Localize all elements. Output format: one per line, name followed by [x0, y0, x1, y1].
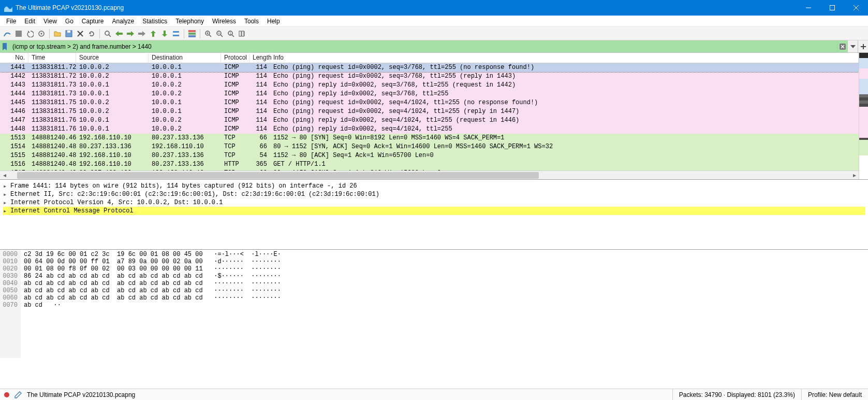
go-to-packet-icon[interactable] [137, 28, 147, 39]
packet-list-body[interactable]: 1441113831811.72…10.0.0.210.0.0.1ICMP114… [0, 63, 859, 170]
resize-columns-icon[interactable] [237, 28, 247, 39]
status-packet-count: Packets: 34790 · Displayed: 8101 (23.3%) [672, 389, 801, 400]
packet-row[interactable]: 1514148881240.48…80.237.133.136192.168.1… [0, 142, 859, 151]
svg-rect-28 [239, 31, 241, 36]
expand-icon[interactable]: ▸ [3, 182, 10, 190]
start-capture-icon[interactable] [2, 28, 12, 39]
scroll-left-icon[interactable]: ◂ [0, 171, 9, 179]
overview-segment[interactable] [859, 107, 868, 138]
title-bar: The Ultimate PCAP v20210130.pcapng [0, 0, 868, 16]
stop-capture-icon[interactable] [13, 28, 24, 39]
svg-line-24 [220, 35, 223, 37]
expand-icon[interactable]: ▸ [3, 207, 10, 215]
scroll-thumb[interactable] [17, 172, 539, 179]
packet-row[interactable]: 1443113831811.73…10.0.0.110.0.0.2ICMP114… [0, 81, 859, 90]
svg-rect-15 [188, 30, 196, 32]
filter-dropdown-icon[interactable] [847, 40, 858, 52]
display-filter-bar [0, 40, 868, 53]
packet-row[interactable]: 1446113831811.75…10.0.0.210.0.0.1ICMP114… [0, 107, 859, 116]
packet-bytes-pane[interactable]: 00000010002000300040005000600070 c2 3d 1… [0, 249, 868, 358]
packet-row[interactable]: 1516148881240.48…192.168.110.1080.237.13… [0, 160, 859, 169]
filter-clear-button[interactable] [837, 40, 847, 52]
filter-bookmark-icon[interactable] [0, 40, 9, 52]
overview-segment[interactable] [859, 58, 868, 68]
minimize-button[interactable] [797, 0, 820, 16]
detail-tree-item[interactable]: ▸Internet Protocol Version 4, Src: 10.0.… [3, 198, 865, 207]
packet-list-hscrollbar[interactable]: ◂ ▸ [0, 170, 859, 179]
status-profile[interactable]: Profile: New default [801, 389, 868, 400]
menu-analyze[interactable]: Analyze [108, 17, 139, 26]
go-first-icon[interactable] [148, 28, 158, 39]
scroll-right-icon[interactable]: ▸ [850, 171, 859, 179]
status-file-name: The Ultimate PCAP v20210130.pcapng [27, 391, 135, 398]
col-header-no[interactable]: No. [0, 53, 28, 63]
packet-row[interactable]: 1515148881240.48…192.168.110.1080.237.13… [0, 151, 859, 160]
capture-options-icon[interactable] [36, 28, 47, 39]
close-button[interactable] [844, 0, 868, 16]
auto-scroll-icon[interactable] [171, 28, 181, 39]
scroll-track[interactable] [9, 171, 850, 179]
packet-row[interactable]: 1441113831811.72…10.0.0.210.0.0.1ICMP114… [0, 63, 859, 72]
menu-edit[interactable]: Edit [20, 17, 39, 26]
hex-offset-column: 00000010002000300040005000600070 [0, 250, 21, 358]
save-file-icon[interactable] [64, 28, 74, 39]
packet-overview-strip[interactable] [859, 53, 868, 179]
packet-row[interactable]: 1448113831811.76…10.0.0.110.0.0.2ICMP114… [0, 125, 859, 134]
overview-segment[interactable] [859, 79, 868, 94]
separator [49, 29, 50, 38]
svg-rect-16 [188, 33, 196, 35]
menu-tools[interactable]: Tools [240, 17, 263, 26]
svg-line-12 [109, 35, 111, 37]
colorize-icon[interactable] [187, 28, 197, 39]
menu-telephony[interactable]: Telephony [171, 17, 208, 26]
packet-details-pane[interactable]: ▸Frame 1441: 114 bytes on wire (912 bits… [0, 179, 868, 249]
edit-capture-comment-icon[interactable] [14, 391, 22, 398]
col-header-dest[interactable]: Destination [149, 53, 221, 63]
filter-add-button[interactable] [858, 40, 868, 52]
restart-capture-icon[interactable] [25, 28, 35, 39]
expert-info-icon[interactable] [4, 392, 9, 397]
svg-rect-29 [242, 31, 244, 36]
zoom-in-icon[interactable] [203, 28, 213, 39]
packet-row[interactable]: 1447113831811.76…10.0.0.110.0.0.2ICMP114… [0, 116, 859, 125]
svg-rect-8 [67, 31, 70, 33]
packet-row[interactable]: 1444113831811.73…10.0.0.110.0.0.2ICMP114… [0, 90, 859, 98]
maximize-button[interactable] [820, 0, 844, 16]
go-last-icon[interactable] [159, 28, 170, 39]
menu-capture[interactable]: Capture [78, 17, 108, 26]
zoom-reset-icon[interactable]: 1 [226, 28, 236, 39]
window-title: The Ultimate PCAP v20210130.pcapng [16, 4, 797, 11]
go-forward-icon[interactable] [125, 28, 136, 39]
reload-file-icon[interactable] [86, 28, 97, 39]
overview-segment[interactable] [859, 140, 868, 155]
col-header-length[interactable]: Length [249, 53, 270, 63]
detail-tree-item[interactable]: ▸Ethernet II, Src: c2:3c:19:6c:00:01 (c2… [3, 190, 865, 198]
display-filter-input[interactable] [9, 40, 837, 52]
detail-tree-item[interactable]: ▸Internet Control Message Protocol [3, 207, 865, 215]
col-header-info[interactable]: Info [270, 53, 859, 63]
expand-icon[interactable]: ▸ [3, 199, 10, 207]
menu-view[interactable]: View [39, 17, 61, 26]
detail-tree-item[interactable]: ▸Frame 1441: 114 bytes on wire (912 bits… [3, 182, 865, 190]
menu-wireless[interactable]: Wireless [208, 17, 240, 26]
close-file-icon[interactable] [75, 28, 85, 39]
separator [184, 29, 184, 38]
packet-row[interactable]: 1442113831811.72…10.0.0.210.0.0.1ICMP114… [0, 72, 859, 81]
menu-statistics[interactable]: Statistics [138, 17, 171, 26]
packet-list-header[interactable]: No. Time Source Destination Protocol Len… [0, 53, 859, 63]
go-back-icon[interactable] [114, 28, 124, 39]
col-header-time[interactable]: Time [28, 53, 76, 63]
overview-segment[interactable] [859, 68, 868, 79]
menu-file[interactable]: File [2, 17, 20, 26]
menu-help[interactable]: Help [263, 17, 284, 26]
col-header-source[interactable]: Source [76, 53, 149, 63]
svg-rect-1 [830, 6, 835, 10]
packet-row[interactable]: 1445113831811.75…10.0.0.210.0.0.1ICMP114… [0, 98, 859, 107]
zoom-out-icon[interactable] [214, 28, 225, 39]
packet-row[interactable]: 1513148881240.46…192.168.110.1080.237.13… [0, 134, 859, 142]
col-header-proto[interactable]: Protocol [221, 53, 249, 63]
find-packet-icon[interactable] [102, 28, 113, 39]
open-file-icon[interactable] [52, 28, 63, 39]
menu-go[interactable]: Go [61, 17, 78, 26]
expand-icon[interactable]: ▸ [3, 191, 10, 198]
